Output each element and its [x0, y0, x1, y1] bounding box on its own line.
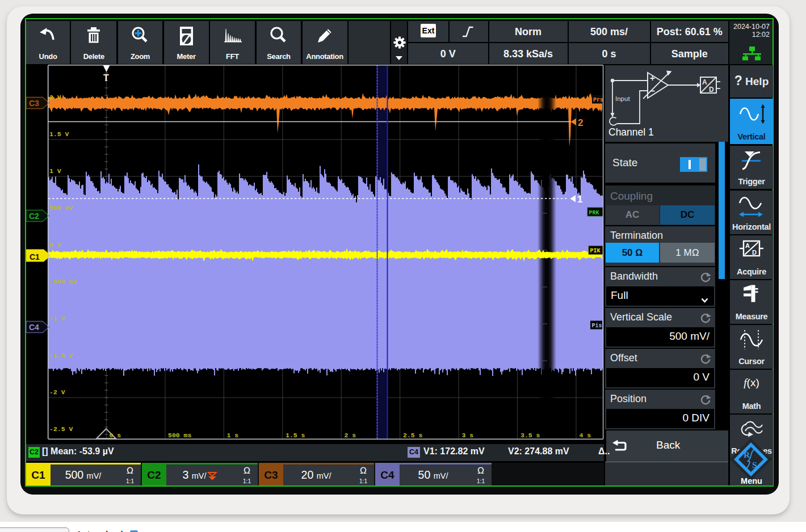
svg-text:Input: Input — [615, 95, 630, 102]
svg-text:Pis: Pis — [592, 323, 602, 329]
svg-text:-2.5 V: -2.5 V — [49, 425, 73, 433]
svg-text:C2: C2 — [29, 212, 39, 221]
svg-text:1: 1 — [577, 194, 582, 205]
svg-text:C4: C4 — [29, 323, 39, 332]
svg-text:R: R — [744, 450, 750, 459]
svg-text:3.5 s: 3.5 s — [520, 432, 540, 439]
svg-text:-1.5 V: -1.5 V — [49, 352, 73, 359]
svg-text:-1 V: -1 V — [49, 315, 65, 322]
svg-text:C1: C1 — [30, 252, 40, 261]
svg-text:-2 V: -2 V — [49, 389, 65, 396]
svg-text:1.5 s: 1.5 s — [286, 432, 305, 439]
svg-text:D: D — [752, 249, 757, 256]
svg-text:-500 mV: -500 mV — [49, 278, 77, 285]
svg-text:3 s: 3 s — [462, 432, 474, 439]
svg-text:D: D — [709, 86, 714, 94]
svg-text:2: 2 — [578, 117, 583, 128]
svg-text:T: T — [103, 73, 109, 83]
svg-text:500 mV: 500 mV — [49, 204, 73, 212]
svg-text:Prs: Prs — [593, 97, 603, 103]
svg-text:2.5 s: 2.5 s — [403, 432, 423, 439]
svg-text:A: A — [745, 242, 750, 249]
svg-text:2 V: 2 V — [49, 94, 61, 101]
svg-text:0 s: 0 s — [110, 432, 121, 439]
svg-text:0 V: 0 V — [49, 241, 61, 248]
svg-text:C3: C3 — [29, 99, 39, 108]
svg-text:S: S — [752, 460, 757, 470]
svg-text:1 s: 1 s — [227, 432, 239, 439]
svg-text:1 V: 1 V — [49, 167, 61, 175]
svg-text:500 ms: 500 ms — [168, 432, 192, 439]
svg-text:PIK: PIK — [590, 248, 601, 254]
svg-text:A: A — [702, 78, 707, 86]
svg-text:4 s: 4 s — [580, 432, 591, 439]
svg-text:PRK: PRK — [589, 210, 599, 216]
svg-text:1.5 V: 1.5 V — [49, 130, 69, 138]
svg-text:2 s: 2 s — [345, 432, 356, 439]
